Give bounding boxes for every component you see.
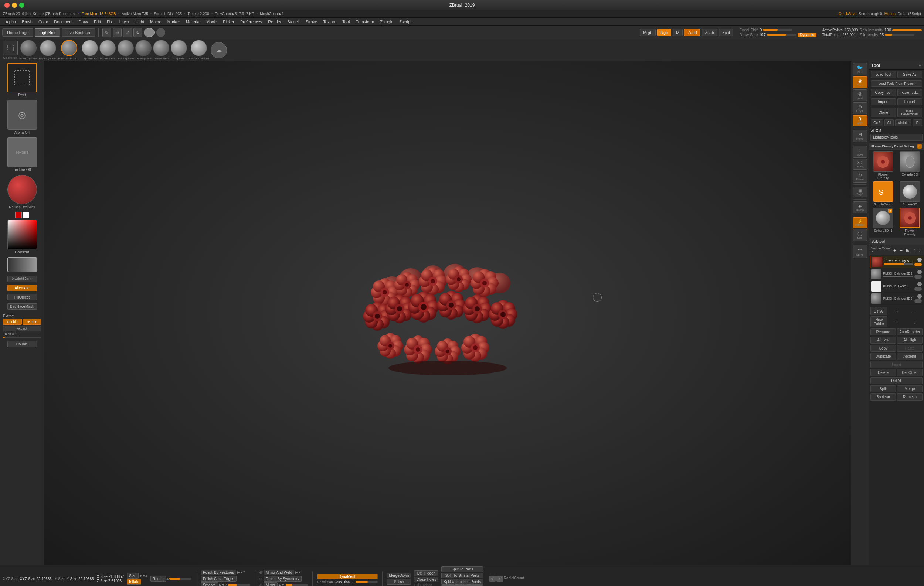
visible-btn[interactable]: Visible <box>895 119 911 126</box>
size-btn[interactable]: Size <box>127 573 138 579</box>
scale-icon[interactable]: ⤢ <box>123 28 132 37</box>
make-polymesh-btn[interactable]: Make PolyMesh3D <box>898 107 922 117</box>
smooth-btn[interactable]: Smooth <box>201 582 218 586</box>
double-bottom-btn[interactable]: Double <box>7 341 37 347</box>
double-btn[interactable]: Double <box>3 319 22 325</box>
m-btn[interactable]: M <box>673 29 683 36</box>
menu-light[interactable]: Light <box>133 19 147 25</box>
rotate-slider[interactable] <box>169 578 191 580</box>
list-all-btn[interactable]: List All <box>870 307 888 315</box>
frame-btn[interactable]: ⊞ Frame <box>853 130 868 142</box>
rgb-slider[interactable] <box>892 29 922 31</box>
menu-layer[interactable]: Layer <box>117 19 132 25</box>
qxyz-btn[interactable]: Q Qxyz <box>853 115 868 126</box>
delete-symmetry-btn[interactable]: Delete By Symmetry <box>264 576 302 581</box>
menu-document[interactable]: Document <box>51 19 75 25</box>
subtool-item-flower-eternity-bezel[interactable]: Flower Eternity Bezel Setti <box>870 256 923 268</box>
rotate-ip-btn[interactable]: ↻ Rotate <box>853 171 868 183</box>
split-to-similar-btn[interactable]: Split To Similar Parts <box>441 573 483 578</box>
menu-zplugin[interactable]: Zplugin <box>377 19 396 25</box>
lightbox-tools-btn[interactable]: Lightbox>Tools <box>870 134 922 141</box>
polish-features-btn[interactable]: Polish By Features <box>201 570 236 575</box>
split-btn[interactable]: Split <box>870 385 896 392</box>
rename-btn[interactable]: Rename <box>870 328 896 336</box>
close-holes-btn[interactable]: Close Holes <box>414 577 438 582</box>
brush-eten-insert[interactable]: E-ten Insert Sphere <box>58 40 80 60</box>
menu-brush[interactable]: Brush <box>19 19 35 25</box>
smooth-slider[interactable] <box>228 584 250 586</box>
backface-mask-btn[interactable]: BackfaceMask <box>7 303 37 309</box>
alternate-btn[interactable]: Alternate <box>7 285 37 291</box>
switch-color-btn[interactable]: SwitchColor <box>7 276 37 282</box>
fill-object-btn[interactable]: FillObject <box>7 294 37 300</box>
brush-octasphere[interactable]: OctaSphere <box>135 40 152 60</box>
brush-icosasphere[interactable]: IcosaSphere <box>117 40 134 60</box>
zsub-btn[interactable]: Zsub <box>701 29 717 36</box>
brush-capsule[interactable]: Capsule <box>171 40 187 60</box>
boolean-btn[interactable]: Boolean <box>870 393 896 400</box>
menu-texture[interactable]: Texture <box>320 19 339 25</box>
merge-btn[interactable]: Merge <box>897 385 922 392</box>
brush-extra[interactable]: ☁ <box>211 42 227 58</box>
menu-edit[interactable]: Edit <box>91 19 104 25</box>
append-btn[interactable]: Append <box>897 353 922 360</box>
minimize-button[interactable] <box>12 3 17 8</box>
dynamic-ip-btn[interactable]: ⚡ Dynamic <box>853 217 868 228</box>
tool-flower-eternity[interactable]: Flower Eternity <box>870 151 896 180</box>
mirror-slider[interactable] <box>286 584 308 586</box>
menu-color[interactable]: Color <box>36 19 51 25</box>
texture-preview[interactable]: Texture <box>7 137 37 167</box>
color-picker[interactable] <box>7 220 37 249</box>
menu-stencil[interactable]: Stencil <box>285 19 302 25</box>
all-btn[interactable]: All <box>884 119 894 126</box>
copy-btn[interactable]: Copy <box>870 345 896 352</box>
menus-label[interactable]: Menus <box>884 12 896 16</box>
subtool-folder-btn[interactable]: ⊞ <box>905 247 911 253</box>
menu-movie[interactable]: Movie <box>204 19 219 25</box>
rect-selector[interactable] <box>7 63 37 92</box>
polish-btn[interactable]: Polish <box>387 579 411 584</box>
menu-draw[interactable]: Draw <box>76 19 91 25</box>
brush-inner-cylinder[interactable]: Inner Cylinder <box>19 40 38 60</box>
menu-file[interactable]: File <box>104 19 116 25</box>
arr-right-btn[interactable]: > <box>497 576 503 581</box>
insert-btn[interactable]: Insert <box>870 361 922 368</box>
tool-cylinder3d[interactable]: Cylinder3D <box>898 151 923 180</box>
tool-collapse-icon[interactable]: ▼ <box>918 64 922 67</box>
lsym-btn[interactable]: ⊕ L.Sym <box>853 102 868 114</box>
menu-picker[interactable]: Picker <box>220 19 237 25</box>
clone-btn[interactable]: Clone <box>871 107 896 117</box>
tab-live-boolean[interactable]: Live Boolean <box>62 28 95 36</box>
local-btn[interactable]: ◎ Local <box>853 89 868 101</box>
new-folder-btn[interactable]: New Folder <box>870 316 888 328</box>
mrgb-btn[interactable]: Mrgb <box>640 29 656 36</box>
tborder-btn[interactable]: TBorde <box>23 319 41 325</box>
tab-home[interactable]: Home Page <box>2 28 33 36</box>
del-other-btn[interactable]: Del Other <box>897 369 922 376</box>
copy-tool-btn[interactable]: Copy Tool <box>871 89 896 96</box>
polish-crisp-btn[interactable]: Polish Crisp Edges <box>201 576 236 581</box>
subtool-down-btn[interactable]: ↓ <box>917 247 922 253</box>
folder-dl-btn[interactable]: ↓ <box>906 316 922 328</box>
menu-macro[interactable]: Macro <box>147 19 164 25</box>
add-subtool-btn[interactable]: + <box>892 247 898 253</box>
save-as-btn[interactable]: Save As <box>898 71 922 78</box>
zadd-btn[interactable]: Zadd <box>684 29 700 36</box>
accept-btn[interactable]: Accept <box>3 326 41 331</box>
z-slider[interactable] <box>885 34 914 36</box>
rotate-btn[interactable]: Rotate <box>150 576 166 581</box>
close-button[interactable] <box>5 3 10 8</box>
bg-color[interactable] <box>23 212 29 218</box>
brush-polysphere[interactable]: PolySphere <box>99 40 116 60</box>
tool-simplebrush[interactable]: S SimpleBrush <box>870 181 896 206</box>
brush-tetrasphere[interactable]: TetraSphere <box>153 40 169 60</box>
draw-icon[interactable]: ✎ <box>102 28 111 37</box>
split-unmasked-btn[interactable]: Split Unmasked Points <box>441 579 483 584</box>
flour-btn[interactable]: ◉ Flour <box>853 76 868 88</box>
quick-save[interactable]: QuickSave <box>839 12 856 16</box>
mirror-weld-btn[interactable]: Mirror And Weld <box>264 570 295 575</box>
remove-subtool-btn[interactable]: − <box>899 247 904 253</box>
focal-slider[interactable] <box>763 29 792 31</box>
list-minus-btn[interactable]: − <box>906 307 922 315</box>
bird-btn[interactable]: 🐦 Bird <box>853 63 868 76</box>
